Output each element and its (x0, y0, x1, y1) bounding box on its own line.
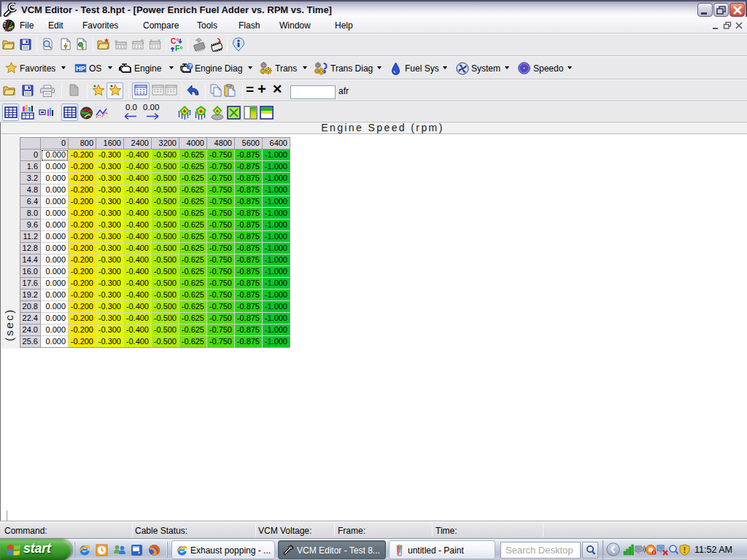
svg-text:HP: HP (76, 64, 86, 72)
svg-text:F: F (175, 44, 179, 52)
svg-text:?: ? (188, 63, 193, 70)
